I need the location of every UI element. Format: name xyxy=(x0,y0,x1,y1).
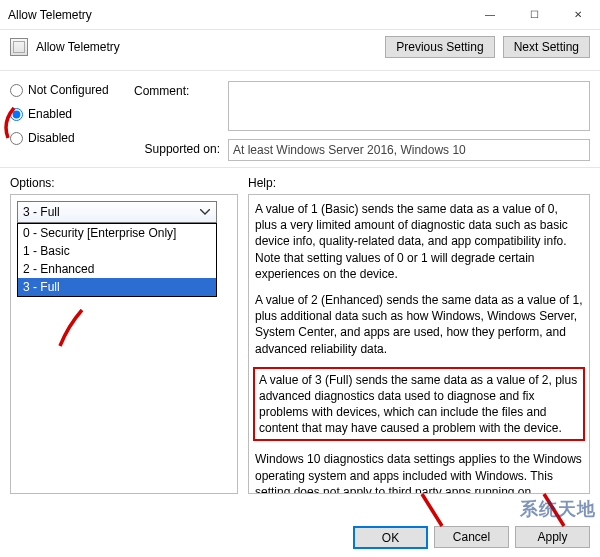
telemetry-level-combo[interactable]: 3 - Full 0 - Security [Enterprise Only] … xyxy=(17,201,217,223)
titlebar: Allow Telemetry — ☐ ✕ xyxy=(0,0,600,30)
maximize-button[interactable]: ☐ xyxy=(512,0,556,30)
radio-disabled-label: Disabled xyxy=(28,131,75,145)
help-text: Windows 10 diagnostics data settings app… xyxy=(255,451,583,494)
help-text: A value of 2 (Enhanced) sends the same d… xyxy=(255,292,583,357)
radio-disabled[interactable]: Disabled xyxy=(10,131,128,145)
minimize-button[interactable]: — xyxy=(468,0,512,30)
radio-disabled-input[interactable] xyxy=(10,132,23,145)
comment-label: Comment: xyxy=(134,81,220,98)
radio-not-configured-input[interactable] xyxy=(10,84,23,97)
radio-enabled-label: Enabled xyxy=(28,107,72,121)
help-text: A value of 3 (Full) sends the same data … xyxy=(259,373,577,436)
help-label: Help: xyxy=(248,174,590,194)
next-setting-button[interactable]: Next Setting xyxy=(503,36,590,58)
combo-item[interactable]: 0 - Security [Enterprise Only] xyxy=(18,224,216,242)
options-panel: 3 - Full 0 - Security [Enterprise Only] … xyxy=(10,194,238,494)
combo-dropdown-list: 0 - Security [Enterprise Only] 1 - Basic… xyxy=(17,223,217,297)
header: Allow Telemetry Previous Setting Next Se… xyxy=(0,30,600,71)
supported-field xyxy=(228,139,590,161)
close-button[interactable]: ✕ xyxy=(556,0,600,30)
options-label: Options: xyxy=(10,174,238,194)
radio-not-configured[interactable]: Not Configured xyxy=(10,83,128,97)
policy-icon xyxy=(10,38,28,56)
help-panel[interactable]: A value of 1 (Basic) sends the same data… xyxy=(248,194,590,494)
radio-enabled[interactable]: Enabled xyxy=(10,107,128,121)
radio-enabled-input[interactable] xyxy=(10,108,23,121)
page-title: Allow Telemetry xyxy=(36,40,120,54)
config-section: Not Configured Enabled Disabled Comment:… xyxy=(0,71,600,168)
combo-item[interactable]: 1 - Basic xyxy=(18,242,216,260)
chevron-down-icon xyxy=(198,205,212,219)
help-highlight: A value of 3 (Full) sends the same data … xyxy=(253,367,585,442)
combo-item-selected[interactable]: 3 - Full xyxy=(18,278,216,296)
apply-button[interactable]: Apply xyxy=(515,526,590,548)
supported-label: Supported on: xyxy=(134,139,220,156)
combo-item[interactable]: 2 - Enhanced xyxy=(18,260,216,278)
radio-group: Not Configured Enabled Disabled xyxy=(10,81,128,161)
cancel-button[interactable]: Cancel xyxy=(434,526,509,548)
details-section: Options: 3 - Full 0 - Security [Enterpri… xyxy=(0,168,600,498)
previous-setting-button[interactable]: Previous Setting xyxy=(385,36,494,58)
help-text: A value of 1 (Basic) sends the same data… xyxy=(255,201,583,282)
comment-textarea[interactable] xyxy=(228,81,590,131)
combo-selected-text: 3 - Full xyxy=(23,205,60,219)
watermark: 系统天地 xyxy=(520,497,596,521)
ok-button[interactable]: OK xyxy=(353,526,428,549)
combo-selected[interactable]: 3 - Full xyxy=(17,201,217,223)
window-title: Allow Telemetry xyxy=(8,8,468,22)
radio-not-configured-label: Not Configured xyxy=(28,83,109,97)
dialog-buttons: OK Cancel Apply xyxy=(353,526,590,549)
